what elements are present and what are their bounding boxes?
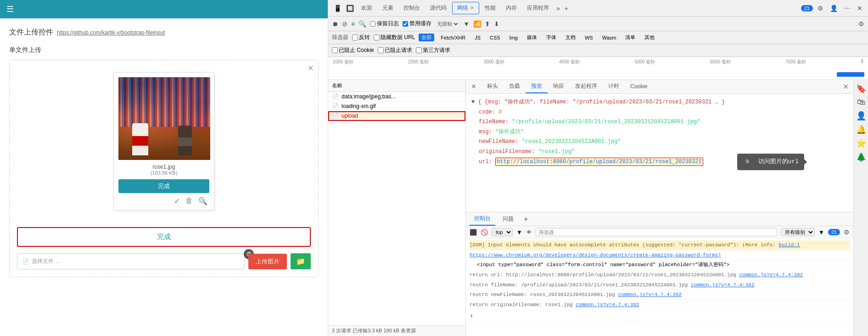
third-party-label[interactable]: 第三方请求 [416, 46, 450, 54]
sidebar-tree-icon[interactable]: 🌲 [856, 152, 866, 162]
clear-btn[interactable]: ⊘ [342, 20, 347, 28]
sidebar-bag-icon[interactable]: 🛍 [857, 97, 865, 107]
upload-button[interactable]: 上传图片 [248, 254, 287, 269]
inspect-icon[interactable]: 🔲 [344, 4, 356, 13]
blocked-cookies-label[interactable]: 已阻止 Cookie [332, 46, 374, 54]
blocked-cookies-checkbox[interactable] [332, 47, 338, 53]
tab-application[interactable]: 应用程序 [522, 2, 554, 14]
detail-tab-close-btn[interactable]: ✕ [466, 80, 482, 93]
console-context-icon2[interactable]: 🚫 [481, 229, 488, 236]
filter-all-btn[interactable]: 全部 [419, 34, 434, 41]
zoom-icon[interactable]: 🔍 [198, 197, 207, 205]
chromium-link[interactable]: https://www.chromium.org/developers/desi… [470, 252, 721, 258]
tab-network-close[interactable]: ✕ [470, 5, 474, 11]
invert-checkbox-label[interactable]: 反转 [352, 34, 370, 41]
console-settings-btn[interactable]: ⚙ [844, 228, 850, 236]
detail-panel-close[interactable]: ✕ [838, 80, 853, 93]
network-settings-btn[interactable]: ⚙ [858, 20, 864, 28]
tab-source[interactable]: 源代码 [426, 2, 451, 14]
sidebar-user-icon[interactable]: 👤 [856, 111, 866, 121]
invert-checkbox[interactable] [352, 34, 358, 40]
detail-tab-response[interactable]: 响应 [548, 80, 570, 93]
detail-tab-payload[interactable]: 负载 [504, 80, 526, 93]
search-btn[interactable]: 🔍 [358, 20, 366, 28]
main-complete-button[interactable]: 完成 [17, 227, 311, 247]
filter-wasm-btn[interactable]: Wasm [599, 34, 619, 41]
return-filename-link[interactable]: common.js?v=4.7.4:392 [691, 282, 755, 288]
request-row-image[interactable]: 📄 data:image/jpeg;bas... [328, 92, 465, 102]
hide-data-url-label[interactable]: 隐藏数据 URL [374, 34, 415, 41]
json-url-value[interactable]: http://localhost:8080/profile/upload/202… [495, 158, 703, 166]
filter-manifest-btn[interactable]: 清单 [622, 34, 638, 41]
console-tab-issues[interactable]: 问题 [498, 212, 518, 226]
more-tabs-icon[interactable]: » [554, 4, 562, 13]
blocked-requests-label[interactable]: 已阻止请求 [378, 46, 412, 54]
folder-button[interactable]: 📁 [291, 253, 311, 269]
request-row-gif[interactable]: 📄 loading-sm.gif [328, 102, 465, 111]
request-row-upload[interactable]: 📄 upload ② 点击upload [328, 111, 465, 121]
throttle-select[interactable]: 无限制 [435, 21, 459, 27]
device-toolbar-icon[interactable]: 📱 [332, 4, 343, 13]
detail-tab-preview[interactable]: 预览 [526, 80, 548, 93]
filter-css-btn[interactable]: CSS [487, 34, 503, 41]
import-btn[interactable]: ⬆ [485, 20, 490, 28]
page-link[interactable]: https://github.com/kartik-v/bootstrap-fi… [57, 29, 165, 36]
menu-icon[interactable]: ☰ [6, 4, 14, 14]
return-original-link[interactable]: common.js?v=4.7.4:392 [576, 302, 639, 308]
tab-performance[interactable]: 性能 [480, 2, 500, 14]
close-devtools-btn[interactable]: ✕ [855, 4, 864, 13]
tab-welcome[interactable]: 欢迎 [357, 2, 377, 14]
filter-font-btn[interactable]: 字体 [543, 34, 559, 41]
sidebar-bookmark-icon[interactable]: 🔖 [856, 84, 866, 94]
export-btn[interactable]: ⬇ [494, 20, 499, 28]
console-prompt-arrow[interactable]: › [470, 312, 473, 319]
filter-icon[interactable]: ≡ [351, 20, 355, 28]
filter-img-btn[interactable]: Img [507, 34, 521, 41]
card-complete-button[interactable]: 完成 [118, 179, 209, 193]
json-expand-root[interactable]: ▼ [471, 99, 475, 105]
filter-xhr-btn[interactable]: Fetch/XHR [438, 34, 468, 41]
tab-network[interactable]: 网络 ✕ [452, 2, 479, 14]
close-btn[interactable]: ✕ [308, 64, 314, 73]
console-filter-input[interactable] [536, 228, 777, 236]
record-btn[interactable]: ⏺ [332, 20, 338, 28]
console-context-icon1[interactable]: ⬛ [470, 229, 477, 236]
console-level-dropdown[interactable]: ▼ [818, 229, 824, 236]
return-url-link[interactable]: common.js?v=4.7.4:392 [739, 272, 803, 278]
console-level-select[interactable]: 所有级别 [781, 228, 815, 236]
delete-icon[interactable]: 🗑 [185, 197, 193, 205]
throttle-down[interactable]: ▼ [463, 20, 470, 28]
dom-link[interactable]: build:1 [778, 242, 800, 248]
console-context-select[interactable]: top [492, 228, 513, 236]
console-add-tab[interactable]: + [521, 215, 531, 223]
tab-console[interactable]: 控制台 [399, 2, 425, 14]
disable-cache-label[interactable]: 禁用缓存 [403, 20, 431, 28]
return-newfilename-link[interactable]: common.js?v=4.7.4:392 [618, 292, 682, 297]
filter-other-btn[interactable]: 其他 [642, 34, 657, 41]
filter-doc-btn[interactable]: 文档 [563, 34, 578, 41]
filter-js-btn[interactable]: JS [472, 34, 483, 41]
blocked-requests-checkbox[interactable] [378, 47, 384, 53]
settings-btn[interactable]: ⚙ [816, 4, 825, 13]
sidebar-star-icon[interactable]: ⭐ [856, 138, 866, 148]
detail-tab-cookie[interactable]: Cookie [625, 80, 653, 93]
third-party-checkbox[interactable] [416, 47, 422, 53]
console-eye-icon[interactable]: 👁 [526, 229, 532, 236]
more-options-icon[interactable]: ⋯ [842, 4, 852, 13]
add-tab-btn[interactable]: + [563, 4, 570, 13]
hide-data-url-checkbox[interactable] [374, 34, 380, 40]
detail-tab-timing[interactable]: 计时 [603, 80, 625, 93]
preserve-log-checkbox[interactable] [370, 21, 375, 27]
filter-media-btn[interactable]: 媒体 [524, 34, 540, 41]
console-tab-console[interactable]: 控制台 [470, 212, 495, 226]
console-dropdown-icon[interactable]: ▼ [516, 229, 522, 236]
tab-elements[interactable]: 元素 [378, 2, 398, 14]
detail-tab-headers[interactable]: 标头 [482, 80, 504, 93]
disable-cache-checkbox[interactable] [403, 21, 408, 27]
tab-memory[interactable]: 内存 [501, 2, 521, 14]
filter-ws-btn[interactable]: WS [582, 34, 596, 41]
preserve-log-label[interactable]: 保留日志 [370, 20, 399, 28]
detail-tab-initiator[interactable]: 发起程序 [570, 80, 603, 93]
sidebar-bell-icon[interactable]: 🔔 [856, 125, 866, 135]
profile-icon[interactable]: 👤 [828, 4, 840, 13]
